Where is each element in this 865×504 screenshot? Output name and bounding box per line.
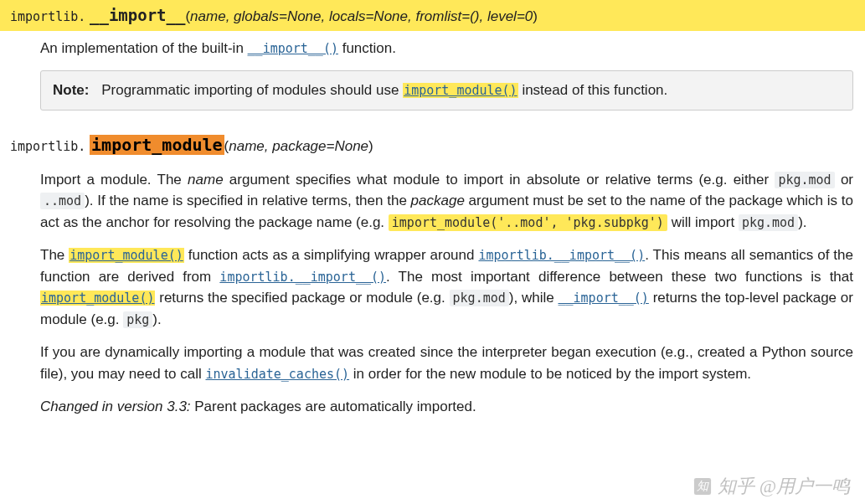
link-import-module[interactable]: import_module() [40, 291, 155, 306]
function-params: name, package=None [229, 138, 368, 154]
changed-version: Changed in version 3.3: [40, 399, 191, 414]
link-import-module[interactable]: import_module() [69, 248, 183, 263]
paragraph-2: The import_module() function acts as a s… [40, 244, 853, 330]
module-prefix: importlib. [10, 139, 85, 154]
link-invalidate-caches[interactable]: invalidate_caches() [205, 367, 349, 382]
function-params: name, globals=None, locals=None, fromlis… [190, 8, 533, 24]
function-name: import_module [90, 135, 224, 155]
function-name: __import__ [90, 6, 185, 24]
link-import-module-note[interactable]: import_module() [403, 83, 517, 98]
emph-package: package [411, 193, 465, 208]
code-literal: pkg.mod [739, 214, 798, 231]
paragraph-1: Import a module. The name argument speci… [40, 169, 853, 234]
code-literal-hl: import_module('..mod', 'pkg.subpkg') [389, 214, 667, 231]
code-literal: pkg.mod [450, 290, 509, 306]
link-importlib-import[interactable]: importlib.__import__() [478, 248, 645, 263]
link-import-builtin[interactable]: __import__() [558, 291, 648, 306]
note-label: Note: [53, 82, 89, 98]
code-literal: pkg [123, 311, 152, 328]
function-signature-import-module: importlib. import_module(name, package=N… [0, 127, 865, 162]
note-box: Note: Programmatic importing of modules … [40, 70, 853, 111]
code-literal: ..mod [40, 193, 85, 209]
signature-description: An implementation of the built-in __impo… [40, 38, 853, 59]
emph-name: name [188, 172, 224, 188]
paragraph-changed: Changed in version 3.3: Parent packages … [40, 396, 853, 418]
code-literal: pkg.mod [775, 172, 834, 188]
function-signature-import: importlib. __import__(name, globals=None… [0, 0, 865, 31]
module-prefix: importlib. [10, 9, 85, 24]
paragraph-3: If you are dynamically importing a modul… [40, 342, 853, 384]
link-importlib-import[interactable]: importlib.__import__() [219, 270, 386, 285]
link-import-builtin[interactable]: __import__() [248, 41, 338, 56]
